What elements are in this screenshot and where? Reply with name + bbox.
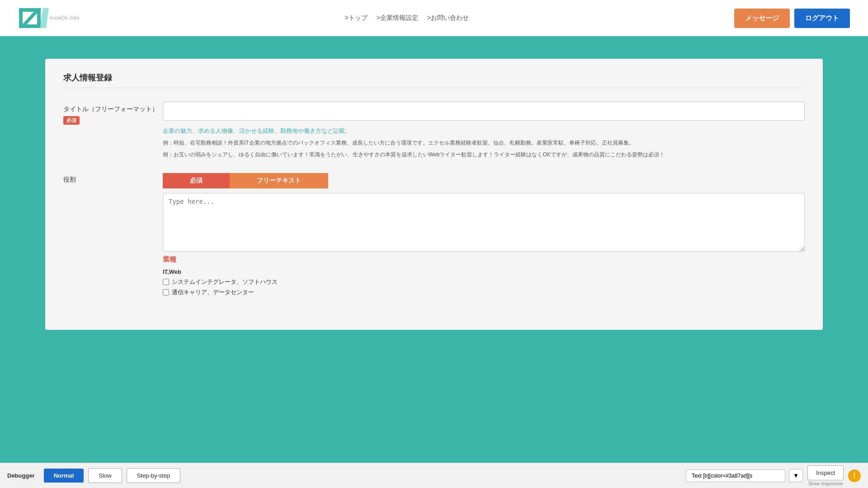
title-label: タイトル（フリーフォーマット）	[63, 105, 158, 113]
debugger-bar: Debugger Normal Slow Step-by-step ▼ Insp…	[0, 463, 868, 488]
title-input[interactable]	[163, 102, 805, 121]
header: knowDo Jobs >トップ >企業情報設定 >お問い合わせ メッセージ ロ…	[0, 0, 868, 36]
debug-selector-area: ▼	[686, 469, 803, 482]
chevron-down-icon: ▼	[793, 472, 799, 479]
title-label-col: タイトル（フリーフォーマット） 必須	[63, 102, 163, 125]
role-tab-free[interactable]: フリーテキスト	[230, 173, 328, 188]
logout-button[interactable]: ログアウト	[794, 9, 850, 28]
main-content: 求人情報登録 タイトル（フリーフォーマット） 必須 企業の魅力、求める人物像、活…	[0, 50, 868, 348]
hint-line2: 例：時短、在宅勤務相談！外資系IT企業の地方拠点でのバックオフィス業務、成長した…	[163, 138, 805, 148]
role-field-row: 役割 必須 フリーテキスト 業種 IT,Web システムインテグレータ、ソフトハ…	[63, 173, 805, 299]
role-label: 役割	[63, 176, 76, 183]
svg-marker-5	[40, 8, 49, 28]
checkbox-item-0: システムインテグレータ、ソフトハウス	[163, 278, 805, 286]
nav-buttons: メッセージ ログアウト	[734, 9, 850, 28]
free-text-area[interactable]	[163, 193, 805, 252]
warning-icon: !	[848, 469, 861, 482]
hint-line3: 例：お互いの弱みをシェアし、ゆるく自由に働いています！常識をうたがい、生きやすさ…	[163, 150, 805, 160]
inspect-button[interactable]: Inspect	[807, 465, 844, 480]
checkbox-label-0: システムインテグレータ、ソフトハウス	[172, 278, 278, 286]
role-label-col: 役割	[63, 173, 163, 184]
nav-top[interactable]: >トップ	[345, 14, 368, 22]
show-responsive-label: Show responsive	[808, 481, 843, 486]
debug-dropdown-button[interactable]: ▼	[789, 469, 803, 482]
nav-contact[interactable]: >お問い合わせ	[427, 14, 469, 22]
debugger-slow-button[interactable]: Slow	[88, 468, 122, 483]
logo-area: knowDo Jobs	[18, 6, 80, 30]
svg-rect-4	[23, 24, 41, 28]
logo-icon	[18, 6, 50, 30]
role-tabs-col: 必須 フリーテキスト 業種 IT,Web システムインテグレータ、ソフトハウス …	[163, 173, 805, 299]
role-tab-required[interactable]: 必須	[163, 173, 230, 188]
teal-band	[0, 36, 868, 50]
checkbox-label-1: 通信キャリア、データセンター	[172, 288, 254, 296]
checkbox-0[interactable]	[163, 279, 169, 285]
title-content-col: 企業の魅力、求める人物像、活かせる経験、勤務地や働き方など記載。 例：時短、在宅…	[163, 102, 805, 160]
hint-text: 企業の魅力、求める人物像、活かせる経験、勤務地や働き方など記載。 例：時短、在宅…	[163, 126, 805, 160]
checkbox-item-1: 通信キャリア、データセンター	[163, 288, 805, 296]
hint-line1: 企業の魅力、求める人物像、活かせる経験、勤務地や働き方など記載。	[163, 126, 805, 136]
message-button[interactable]: メッセージ	[734, 9, 790, 28]
inspect-button-group: Inspect Show responsive	[807, 465, 844, 486]
checkbox-1[interactable]	[163, 289, 169, 296]
debug-selector-input[interactable]	[686, 469, 785, 482]
debugger-normal-button[interactable]: Normal	[44, 469, 84, 483]
nav-company[interactable]: >企業情報設定	[377, 14, 418, 22]
role-tabs: 必須 フリーテキスト	[163, 173, 805, 188]
debugger-label: Debugger	[7, 472, 35, 479]
nav-links: >トップ >企業情報設定 >お問い合わせ	[345, 14, 469, 22]
section-heading: 業種	[163, 255, 805, 264]
form-card: 求人情報登録 タイトル（フリーフォーマット） 必須 企業の魅力、求める人物像、活…	[45, 59, 823, 330]
debugger-stepbystep-button[interactable]: Step-by-step	[127, 468, 181, 483]
page-title: 求人情報登録	[63, 72, 805, 88]
subsection-label: IT,Web	[163, 268, 805, 275]
title-field-row: タイトル（フリーフォーマット） 必須 企業の魅力、求める人物像、活かせる経験、勤…	[63, 102, 805, 160]
title-required-badge: 必須	[63, 116, 80, 125]
logo-sub: knowDo Jobs	[50, 15, 80, 21]
